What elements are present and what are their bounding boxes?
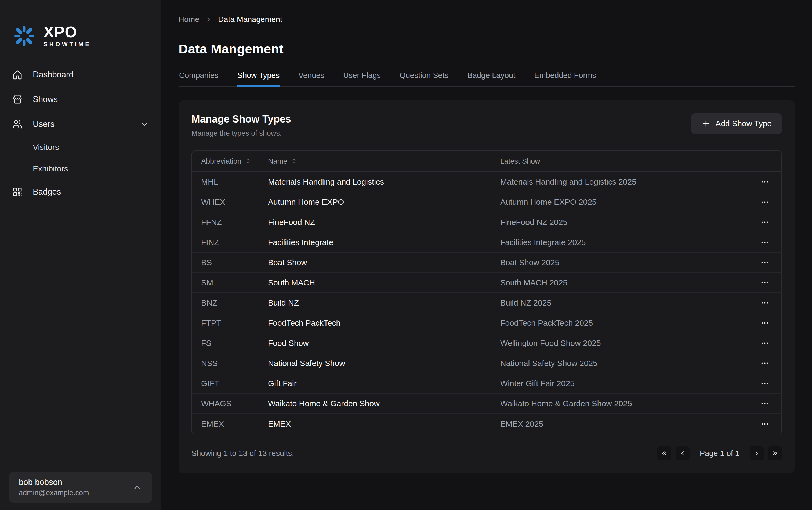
sidebar-item-label: Shows	[33, 94, 58, 104]
user-menu[interactable]: bob bobson admin@example.com	[9, 472, 152, 503]
cell-latest-show: Build NZ 2025	[500, 298, 747, 307]
pagination: Page 1 of 1	[657, 446, 782, 460]
panel-title: Manage Show Types	[191, 113, 291, 125]
cell-name: Autumn Home EXPO	[268, 198, 500, 207]
last-page-button[interactable]	[768, 446, 782, 460]
cell-name: South MACH	[268, 278, 500, 287]
sidebar-item-visitors[interactable]: Visitors	[0, 137, 161, 158]
row-actions-button[interactable]	[757, 275, 772, 290]
row-actions-button[interactable]	[757, 255, 772, 270]
cell-latest-show: Materials Handling and Logistics 2025	[500, 177, 747, 187]
panel-subtitle: Manage the types of shows.	[191, 129, 291, 138]
ellipsis-icon	[760, 197, 770, 207]
add-show-type-button[interactable]: Add Show Type	[691, 113, 782, 134]
breadcrumb-current: Data Management	[218, 15, 282, 24]
cell-latest-show: FineFood NZ 2025	[500, 218, 747, 227]
chevron-right-icon	[205, 16, 213, 24]
table-row: GIFT Gift Fair Winter Gift Fair 2025	[192, 373, 781, 394]
ellipsis-icon	[760, 217, 770, 227]
row-actions-button[interactable]	[757, 315, 772, 331]
brand-tagline: SHOWTIME	[43, 41, 91, 48]
cell-name: EMEX	[268, 420, 500, 429]
row-actions-button[interactable]	[757, 215, 772, 230]
previous-page-button[interactable]	[675, 446, 690, 460]
sidebar-item-users[interactable]: Users	[0, 112, 161, 137]
brand-name: XPO	[43, 24, 91, 40]
table-row: FS Food Show Wellington Food Show 2025	[192, 333, 781, 353]
cell-latest-show: EMEX 2025	[500, 420, 747, 429]
cell-abbreviation: SM	[201, 278, 268, 287]
table-footer: Showing 1 to 13 of 13 results. Page 1 of…	[191, 446, 782, 460]
table-row: BS Boat Show Boat Show 2025	[192, 253, 781, 273]
row-actions-button[interactable]	[757, 295, 772, 310]
row-actions-button[interactable]	[757, 417, 772, 431]
sidebar-item-badges[interactable]: Badges	[0, 179, 161, 204]
table-row: FFNZ FineFood NZ FineFood NZ 2025	[192, 212, 781, 232]
sidebar: XPO SHOWTIME Dashboard Shows	[0, 0, 161, 510]
add-show-type-label: Add Show Type	[715, 119, 772, 128]
cell-latest-show: Winter Gift Fair 2025	[500, 379, 747, 388]
cell-latest-show: Wellington Food Show 2025	[500, 339, 747, 348]
column-label: Name	[268, 157, 287, 166]
sidebar-item-label: Users	[33, 119, 55, 129]
cell-latest-show: Waikato Home & Garden Show 2025	[500, 399, 747, 408]
cell-abbreviation: WHAGS	[201, 399, 268, 408]
column-label: Abbreviation	[201, 157, 241, 166]
tab-question-sets[interactable]: Question Sets	[399, 67, 449, 87]
sidebar-item-dashboard[interactable]: Dashboard	[0, 62, 161, 87]
next-page-button[interactable]	[750, 446, 764, 460]
cell-name: Facilities Integrate	[268, 238, 500, 247]
tab-venues[interactable]: Venues	[298, 67, 325, 87]
breadcrumb: Home Data Management	[179, 15, 795, 24]
row-actions-button[interactable]	[757, 336, 772, 351]
tab-badge-layout[interactable]: Badge Layout	[467, 67, 516, 87]
tab-user-flags[interactable]: User Flags	[342, 67, 381, 87]
cell-name: Waikato Home & Garden Show	[268, 399, 500, 408]
row-actions-button[interactable]	[757, 195, 772, 209]
cell-name: Build NZ	[268, 298, 500, 307]
storefront-icon	[12, 94, 23, 105]
ellipsis-icon	[760, 359, 770, 368]
column-header-name[interactable]: Name	[268, 157, 500, 166]
breadcrumb-home-link[interactable]: Home	[179, 15, 199, 24]
cell-name: Food Show	[268, 339, 500, 348]
chevrons-left-icon	[661, 450, 668, 457]
sidebar-item-shows[interactable]: Shows	[0, 87, 161, 112]
row-actions-button[interactable]	[757, 396, 772, 411]
column-header-abbreviation[interactable]: Abbreviation	[201, 157, 268, 166]
cell-abbreviation: GIFT	[201, 379, 268, 388]
row-actions-button[interactable]	[757, 356, 772, 371]
home-icon	[12, 69, 23, 80]
row-actions-button[interactable]	[757, 174, 772, 190]
row-actions-button[interactable]	[757, 376, 772, 391]
qr-code-icon	[12, 186, 23, 198]
row-actions-button[interactable]	[757, 235, 772, 250]
sidebar-item-exhibitors[interactable]: Exhibitors	[0, 158, 161, 179]
cell-latest-show: National Safety Show 2025	[500, 359, 747, 368]
tab-bar: Companies Show Types Venues User Flags Q…	[179, 67, 795, 87]
sort-icon	[291, 158, 298, 165]
tab-show-types[interactable]: Show Types	[237, 67, 280, 87]
sort-icon	[245, 158, 251, 165]
cell-latest-show: South MACH 2025	[500, 278, 747, 287]
cell-abbreviation: MHL	[201, 177, 268, 187]
table-body: MHL Materials Handling and Logistics Mat…	[192, 172, 781, 434]
brand-logo: XPO SHOWTIME	[0, 0, 161, 48]
cell-abbreviation: FFNZ	[201, 218, 268, 227]
tab-companies[interactable]: Companies	[179, 67, 219, 87]
chevron-right-icon	[753, 450, 760, 457]
tab-embedded-forms[interactable]: Embedded Forms	[534, 67, 597, 87]
chevrons-right-icon	[771, 450, 779, 457]
ellipsis-icon	[760, 278, 770, 287]
ellipsis-icon	[760, 399, 770, 408]
cell-name: FoodTech PackTech	[268, 318, 500, 328]
cell-latest-show: Autumn Home EXPO 2025	[500, 198, 747, 207]
cell-abbreviation: FINZ	[201, 238, 268, 247]
first-page-button[interactable]	[657, 446, 671, 460]
cell-abbreviation: BS	[201, 258, 268, 267]
cell-name: Gift Fair	[268, 379, 500, 388]
cell-abbreviation: WHEX	[201, 198, 268, 207]
chevron-down-icon	[140, 119, 149, 129]
cell-latest-show: FoodTech PackTech 2025	[500, 318, 747, 328]
cell-name: National Safety Show	[268, 359, 500, 368]
